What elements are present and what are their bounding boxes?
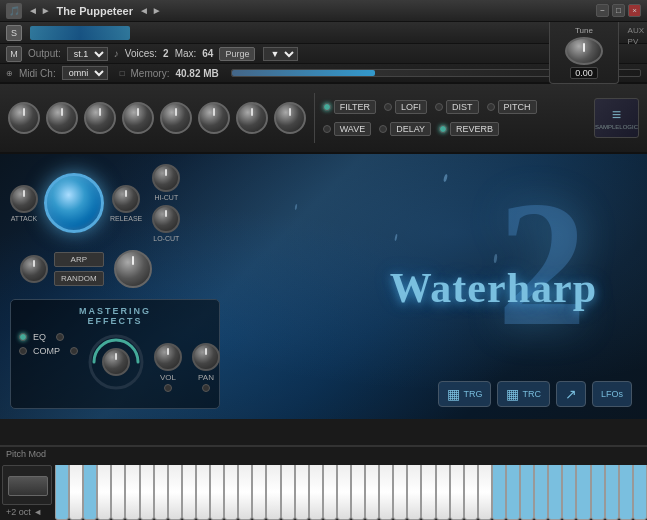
lofi-label[interactable]: LOFI xyxy=(395,100,427,114)
white-key-3[interactable] xyxy=(83,465,97,520)
window-controls[interactable]: − □ × xyxy=(596,4,641,17)
purge-button[interactable]: Purge xyxy=(219,47,255,61)
pitch-btn[interactable]: PITCH xyxy=(487,100,537,114)
white-key-6[interactable] xyxy=(125,465,139,520)
reverb-label[interactable]: REVERB xyxy=(450,122,499,136)
hicut-knob[interactable] xyxy=(152,164,180,192)
white-key-22[interactable] xyxy=(351,465,365,520)
fx-knob-8-control[interactable] xyxy=(274,102,306,134)
white-key-12[interactable] xyxy=(210,465,224,520)
wave-label[interactable]: WAVE xyxy=(334,122,372,136)
white-key-27[interactable] xyxy=(421,465,435,520)
white-key-35[interactable] xyxy=(534,465,548,520)
arp-knob[interactable] xyxy=(20,255,48,283)
white-key-1[interactable] xyxy=(55,465,69,520)
nav-arrows[interactable]: ◄ ► xyxy=(28,5,51,16)
white-key-29[interactable] xyxy=(450,465,464,520)
random-button[interactable]: RANDOM xyxy=(54,271,104,286)
mastering-main-knob[interactable] xyxy=(102,348,130,376)
white-key-18[interactable] xyxy=(295,465,309,520)
trc-button[interactable]: ▦ TRC xyxy=(497,381,550,407)
lfos-button[interactable]: LFOs xyxy=(592,381,632,407)
fx-knob-2-control[interactable] xyxy=(46,102,78,134)
white-key-32[interactable] xyxy=(492,465,506,520)
output-select[interactable]: st.1 xyxy=(67,47,108,61)
mastering-center-knob[interactable] xyxy=(102,348,130,376)
fx-knob-4-control[interactable] xyxy=(122,102,154,134)
purge-select[interactable]: ▼ xyxy=(263,47,298,61)
white-key-15[interactable] xyxy=(252,465,266,520)
white-key-24[interactable] xyxy=(379,465,393,520)
white-key-34[interactable] xyxy=(520,465,534,520)
white-key-37[interactable] xyxy=(562,465,576,520)
white-key-2[interactable] xyxy=(69,465,83,520)
white-key-39[interactable] xyxy=(591,465,605,520)
white-key-17[interactable] xyxy=(281,465,295,520)
white-key-38[interactable] xyxy=(576,465,590,520)
reverb-btn[interactable]: REVERB xyxy=(439,122,499,136)
white-key-31[interactable] xyxy=(478,465,492,520)
pan-knob[interactable] xyxy=(192,343,220,371)
white-key-10[interactable] xyxy=(182,465,196,520)
lofi-btn[interactable]: LOFI xyxy=(384,100,427,114)
oct-label[interactable]: +2 oct ◄ xyxy=(6,507,42,517)
fx-knob-7-control[interactable] xyxy=(236,102,268,134)
white-key-14[interactable] xyxy=(238,465,252,520)
white-key-19[interactable] xyxy=(309,465,323,520)
white-key-11[interactable] xyxy=(196,465,210,520)
minimize-button[interactable]: − xyxy=(596,4,609,17)
white-key-36[interactable] xyxy=(548,465,562,520)
delay-label[interactable]: DELAY xyxy=(390,122,431,136)
center-glow-button[interactable] xyxy=(44,173,104,233)
mastering-panel: MASTERINGEFFECTS EQ COMP xyxy=(10,299,220,409)
fx-knob-5-control[interactable] xyxy=(160,102,192,134)
white-key-28[interactable] xyxy=(436,465,450,520)
white-key-16[interactable] xyxy=(266,465,280,520)
dist-label[interactable]: DIST xyxy=(446,100,479,114)
release-knob[interactable] xyxy=(112,185,140,213)
white-key-30[interactable] xyxy=(464,465,478,520)
close-button[interactable]: × xyxy=(628,4,641,17)
fx-knob-6-control[interactable] xyxy=(198,102,230,134)
white-key-41[interactable] xyxy=(619,465,633,520)
m-badge[interactable]: M xyxy=(6,46,22,62)
fx-knob-3-control[interactable] xyxy=(84,102,116,134)
locut-knob[interactable] xyxy=(152,205,180,233)
white-key-8[interactable] xyxy=(154,465,168,520)
delay-btn[interactable]: DELAY xyxy=(379,122,431,136)
white-key-40[interactable] xyxy=(605,465,619,520)
trg-button[interactable]: ▦ TRG xyxy=(438,381,491,407)
dist-btn[interactable]: DIST xyxy=(435,100,479,114)
white-key-21[interactable] xyxy=(337,465,351,520)
white-key-23[interactable] xyxy=(365,465,379,520)
title-nav-arrows[interactable]: ◄ ► xyxy=(139,5,162,16)
white-key-7[interactable] xyxy=(140,465,154,520)
fx-knob-5 xyxy=(160,102,192,134)
vol-knob[interactable] xyxy=(154,343,182,371)
extra-knob[interactable] xyxy=(114,250,152,288)
s-badge[interactable]: S xyxy=(6,25,22,41)
white-key-26[interactable] xyxy=(407,465,421,520)
tune-knob[interactable] xyxy=(565,37,603,65)
arp-random-row: ARP RANDOM xyxy=(20,250,220,288)
wave-button[interactable]: ↗ xyxy=(556,381,586,407)
midi-select[interactable]: omni xyxy=(62,66,108,80)
attack-knob[interactable] xyxy=(10,185,38,213)
white-key-9[interactable] xyxy=(168,465,182,520)
white-key-5[interactable] xyxy=(111,465,125,520)
wave-btn[interactable]: WAVE xyxy=(323,122,372,136)
white-key-25[interactable] xyxy=(393,465,407,520)
voices-value: 2 xyxy=(163,48,169,59)
white-key-13[interactable] xyxy=(224,465,238,520)
maximize-button[interactable]: □ xyxy=(612,4,625,17)
arp-button[interactable]: ARP xyxy=(54,252,104,267)
fx-strip: FILTER LOFI DIST PITCH WAVE DELAY xyxy=(0,84,647,154)
pitch-label[interactable]: PITCH xyxy=(498,100,537,114)
fx-knob-1-control[interactable] xyxy=(8,102,40,134)
filter-btn[interactable]: FILTER xyxy=(323,100,376,114)
white-key-33[interactable] xyxy=(506,465,520,520)
white-key-20[interactable] xyxy=(323,465,337,520)
white-key-42[interactable] xyxy=(633,465,647,520)
filter-label[interactable]: FILTER xyxy=(334,100,376,114)
white-key-4[interactable] xyxy=(97,465,111,520)
